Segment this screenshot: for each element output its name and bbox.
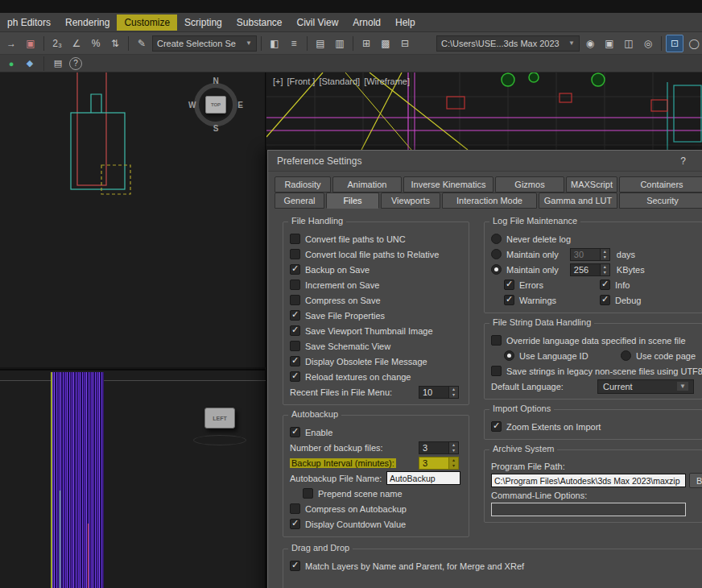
menu-help[interactable]: Help <box>388 14 423 31</box>
compass-east-label[interactable]: E <box>237 101 243 110</box>
viewcube-left-face[interactable]: LEFT <box>204 408 235 429</box>
maintain-days-spinner[interactable]: 30 ▴▾ <box>570 248 610 261</box>
ribbon-toggle-icon[interactable]: ⊞ <box>357 35 375 52</box>
mirror-icon[interactable]: ◧ <box>266 35 283 52</box>
checkbox-autobackup-enable[interactable]: Enable <box>290 424 462 440</box>
viewport-general-menu[interactable]: [+] <box>273 77 283 86</box>
front-viewport[interactable]: [+] [Front ] [Standard] [Wireframe] <box>266 72 702 150</box>
angle-snap-icon[interactable]: ∠ <box>68 35 85 52</box>
checkbox-zoom-extents-import[interactable]: Zoom Extents on Import <box>491 419 696 434</box>
named-selection-sets-icon[interactable]: ✎ <box>133 35 151 52</box>
tab-viewports[interactable]: Viewports <box>381 193 440 209</box>
forward-icon[interactable]: → <box>2 35 20 52</box>
spinner-snap-icon[interactable]: ⇅ <box>106 35 124 52</box>
compass-north-label[interactable]: N <box>213 77 218 85</box>
checkbox-convert-unc[interactable]: Convert file paths to UNC <box>290 231 462 246</box>
curve-editor-icon[interactable]: ▩ <box>377 35 394 52</box>
help-icon[interactable]: ? <box>69 57 82 70</box>
checkbox-display-obsolete-message[interactable]: Display Obsolete File Message <box>290 354 462 369</box>
render-icon[interactable]: ◎ <box>639 35 657 52</box>
top-viewport[interactable]: N S W E TOP <box>0 72 266 367</box>
radio-never-delete-log[interactable]: Never delete log <box>491 231 696 246</box>
scene-box-icon[interactable]: ▣ <box>22 35 39 52</box>
checkbox-save-viewport-thumbnail[interactable]: Save Viewport Thumbnail Image <box>290 323 462 338</box>
compass-west-label[interactable]: W <box>188 101 196 110</box>
cmd-options-input[interactable] <box>491 503 686 516</box>
checkbox-prepend-scene-name[interactable]: Prepend scene name <box>290 486 462 501</box>
menu-graph-editors[interactable]: ph Editors <box>0 14 58 31</box>
checkbox-warnings[interactable]: Warnings <box>504 295 600 305</box>
project-path-dropdown[interactable]: C:\Users\USE...3ds Max 2023 ▼ <box>436 35 580 52</box>
checkbox-info[interactable]: Info <box>600 280 696 290</box>
percent-snap-icon[interactable]: % <box>87 35 105 52</box>
autobackup-filename-input[interactable] <box>386 471 460 485</box>
substance-icon[interactable]: ◆ <box>23 56 37 71</box>
render-setup-icon[interactable]: ▣ <box>601 35 618 52</box>
viewport-pov-menu[interactable]: [Front ] <box>287 77 316 86</box>
viewport-renderer-menu[interactable]: [Standard] <box>319 77 360 86</box>
tab-maxscript[interactable]: MAXScript <box>566 176 617 193</box>
tab-containers[interactable]: Containers <box>619 176 702 193</box>
left-viewport[interactable]: LEFT <box>0 369 266 588</box>
menu-civil-view[interactable]: Civil View <box>290 14 346 31</box>
menu-substance[interactable]: Substance <box>229 14 290 31</box>
radio-use-language-id[interactable]: Use Language ID <box>504 350 588 361</box>
checkbox-compress-on-autobackup[interactable]: Compress on Autobackup <box>290 501 462 516</box>
checkbox-reload-textures[interactable]: Reload textures on change <box>290 369 462 384</box>
layer-explorer-icon[interactable]: ▥ <box>331 35 349 52</box>
radio-icon[interactable] <box>491 249 502 259</box>
layers-pair-icon[interactable]: ▤ <box>51 56 65 71</box>
backup-files-spinner[interactable]: 3 ▴▾ <box>419 441 459 454</box>
default-language-dropdown[interactable]: Current ▼ <box>597 379 694 394</box>
render-cloud-icon[interactable]: ⊡ <box>666 35 683 52</box>
checkbox-backup-on-save[interactable]: Backup on Save <box>290 262 462 277</box>
selection-set-dropdown[interactable]: Create Selection Se ▼ <box>152 35 257 52</box>
checkbox-increment-on-save[interactable]: Increment on Save <box>290 277 462 292</box>
tab-radiosity[interactable]: Radiosity <box>275 176 331 193</box>
checkbox-debug[interactable]: Debug <box>600 295 696 305</box>
spinner-arrows-icon[interactable]: ▴▾ <box>449 441 459 454</box>
tab-gamma-and-lut[interactable]: Gamma and LUT <box>539 193 617 209</box>
compass-south-label[interactable]: S <box>213 124 219 133</box>
radio-use-code-page[interactable]: Use code page <box>621 350 696 361</box>
tab-general[interactable]: General <box>275 193 324 209</box>
menu-arnold[interactable]: Arnold <box>345 14 388 31</box>
spinner-arrows-icon[interactable]: ▴▾ <box>449 386 459 399</box>
spinner-arrows-icon[interactable]: ▴▾ <box>601 263 610 276</box>
tab-files[interactable]: Files <box>326 193 379 209</box>
tab-inverse-kinematics[interactable]: Inverse Kinematics <box>403 176 493 193</box>
program-path-input[interactable] <box>491 474 686 487</box>
rendered-frame-icon[interactable]: ◫ <box>620 35 638 52</box>
material-editor-icon[interactable]: ◉ <box>581 35 599 52</box>
radio-icon[interactable] <box>491 264 502 275</box>
dialog-titlebar[interactable]: Preference Settings ? <box>268 151 702 172</box>
checkbox-save-schematic-view[interactable]: Save Schematic View <box>290 338 462 354</box>
align-icon[interactable]: ≡ <box>285 35 303 52</box>
dialog-help-button[interactable]: ? <box>680 155 686 167</box>
menu-scripting[interactable]: Scripting <box>177 14 229 31</box>
recent-files-spinner[interactable]: 10 ▴▾ <box>419 386 459 399</box>
snaps-toggle-icon[interactable]: 2₃ <box>48 35 66 52</box>
view-compass[interactable]: N S W E TOP <box>190 79 242 130</box>
checkbox-match-layers[interactable]: Match Layers by Name and Parent, for Mer… <box>290 558 702 574</box>
maintain-kbytes-spinner[interactable]: 256 ▴▾ <box>570 263 610 276</box>
checkbox-convert-relative[interactable]: Convert local file paths to Relative <box>290 246 462 262</box>
checkbox-override-language[interactable]: Override language data specified in scen… <box>491 333 696 348</box>
checkbox-display-countdown[interactable]: Display Countdown Value <box>290 516 462 532</box>
tab-gizmos[interactable]: Gizmos <box>495 176 564 193</box>
viewcube[interactable]: TOP <box>205 96 226 114</box>
backup-interval-spinner[interactable]: 3 ▴▾ <box>419 457 459 470</box>
spinner-arrows-icon[interactable]: ▴▾ <box>449 457 459 470</box>
checkbox-errors[interactable]: Errors <box>504 280 600 290</box>
menu-customize[interactable]: Customize <box>117 14 177 31</box>
tab-security[interactable]: Security <box>619 193 702 209</box>
green-ball-icon[interactable]: ● <box>4 56 19 71</box>
checkbox-compress-on-save[interactable]: Compress on Save <box>290 292 462 308</box>
tab-interaction-mode[interactable]: Interaction Mode <box>442 193 537 209</box>
checkbox-utf8-strings[interactable]: Save strings in legacy non-scene files u… <box>491 363 696 379</box>
tab-animation[interactable]: Animation <box>332 176 402 193</box>
spinner-arrows-icon[interactable]: ▴▾ <box>601 248 610 261</box>
menu-rendering[interactable]: Rendering <box>58 14 117 31</box>
schematic-view-icon[interactable]: ⊟ <box>396 35 414 52</box>
checkbox-save-file-properties[interactable]: Save File Properties <box>290 308 462 323</box>
